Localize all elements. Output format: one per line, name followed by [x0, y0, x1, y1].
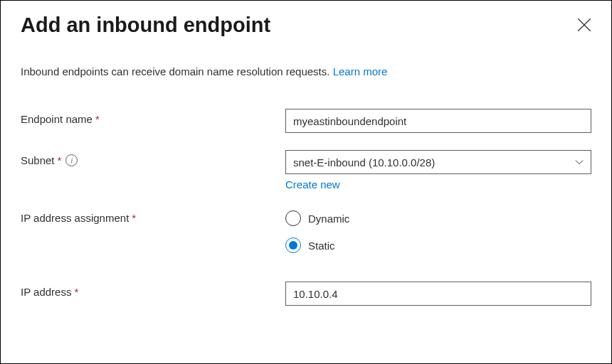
- label-endpoint-name: Endpoint name *: [21, 109, 285, 125]
- subnet-dropdown[interactable]: snet-E-inbound (10.10.0.0/28): [285, 150, 591, 174]
- learn-more-link[interactable]: Learn more: [333, 65, 388, 77]
- endpoint-name-input[interactable]: [285, 109, 591, 133]
- field-ip-address: [285, 282, 591, 306]
- radio-circle-static: [285, 237, 301, 253]
- add-inbound-endpoint-panel: Add an inbound endpoint Inbound endpoint…: [0, 0, 612, 364]
- required-asterisk: *: [132, 212, 136, 224]
- panel-header: Add an inbound endpoint: [21, 14, 591, 37]
- create-new-subnet-link[interactable]: Create new: [285, 178, 340, 191]
- close-icon: [577, 18, 591, 32]
- label-ip-address-text: IP address: [21, 286, 71, 298]
- radio-label-static: Static: [308, 240, 335, 252]
- label-subnet-text: Subnet: [21, 154, 55, 166]
- radio-static[interactable]: Static: [285, 237, 591, 253]
- field-endpoint-name: [285, 109, 591, 133]
- close-button[interactable]: [577, 18, 591, 32]
- required-asterisk: *: [58, 154, 62, 166]
- radio-circle-dynamic: [285, 210, 301, 226]
- row-ip-address: IP address *: [21, 282, 591, 306]
- description-text: Inbound endpoints can receive domain nam…: [21, 65, 333, 77]
- subnet-selected-value: snet-E-inbound (10.10.0.0/28): [293, 156, 435, 168]
- label-ip-assignment: IP address assignment *: [21, 208, 285, 224]
- label-ip-assignment-text: IP address assignment: [21, 212, 129, 224]
- ip-address-input[interactable]: [285, 282, 591, 306]
- radio-dynamic[interactable]: Dynamic: [285, 210, 591, 226]
- row-ip-assignment: IP address assignment * Dynamic Static: [21, 208, 591, 253]
- field-subnet: snet-E-inbound (10.10.0.0/28) Create new: [285, 150, 591, 191]
- row-endpoint-name: Endpoint name *: [21, 109, 591, 133]
- required-asterisk: *: [74, 286, 78, 298]
- label-ip-address: IP address *: [21, 282, 285, 298]
- radio-dot-icon: [289, 241, 297, 250]
- field-ip-assignment: Dynamic Static: [285, 208, 591, 253]
- required-asterisk: *: [95, 113, 100, 125]
- panel-description: Inbound endpoints can receive domain nam…: [21, 65, 591, 77]
- form-area: Endpoint name * Subnet * i snet-E-inboun…: [21, 109, 591, 306]
- panel-title: Add an inbound endpoint: [21, 14, 270, 37]
- row-subnet: Subnet * i snet-E-inbound (10.10.0.0/28)…: [21, 150, 591, 191]
- label-endpoint-name-text: Endpoint name: [21, 113, 93, 125]
- radio-label-dynamic: Dynamic: [308, 213, 349, 225]
- info-icon[interactable]: i: [65, 154, 78, 166]
- label-subnet: Subnet * i: [21, 150, 285, 166]
- ip-assignment-radio-group: Dynamic Static: [285, 208, 591, 253]
- chevron-down-icon: [575, 158, 584, 166]
